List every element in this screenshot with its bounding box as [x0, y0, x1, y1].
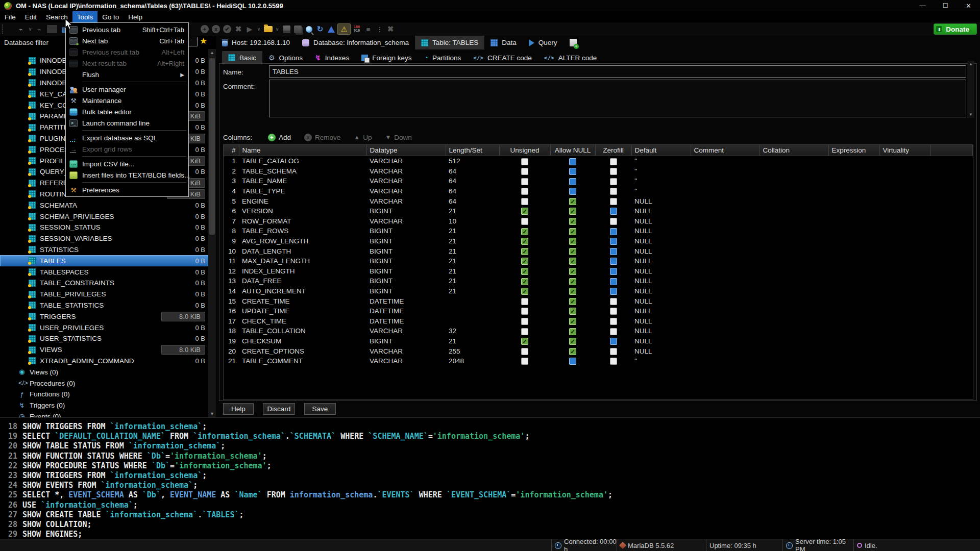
- col-collation[interactable]: [760, 216, 828, 227]
- col-number[interactable]: 4: [224, 186, 239, 196]
- tab-database-information_schema[interactable]: Database: information_schema: [296, 36, 415, 49]
- allow-null-checkbox[interactable]: ✓: [569, 198, 576, 205]
- col-comment[interactable]: [691, 356, 760, 366]
- cancel-icon[interactable]: x: [211, 24, 221, 34]
- close-button[interactable]: ✕: [957, 0, 980, 11]
- col-allow-null[interactable]: ✓: [550, 206, 595, 216]
- menu-go-to[interactable]: Go to: [97, 11, 124, 22]
- col-number[interactable]: 1: [224, 156, 239, 166]
- col-datatype[interactable]: BIGINT: [366, 256, 446, 266]
- allow-null-checkbox[interactable]: ✓: [569, 228, 576, 235]
- filter-warning-icon[interactable]: ⚠: [337, 23, 351, 35]
- col-zerofill[interactable]: [595, 286, 631, 296]
- col-name[interactable]: AUTO_INCREMENT: [239, 286, 366, 296]
- column-row-update_time[interactable]: 16UPDATE_TIMEDATETIME✓NULL: [224, 306, 973, 316]
- col-number[interactable]: 16: [224, 306, 239, 316]
- col-unsigned[interactable]: [499, 356, 550, 366]
- col-zerofill[interactable]: [595, 266, 631, 277]
- tab-data[interactable]: Data: [484, 36, 523, 49]
- col-collation[interactable]: [760, 226, 828, 236]
- column-row-create_time[interactable]: 15CREATE_TIMEDATETIME✓NULL: [224, 296, 973, 306]
- unsigned-checkbox[interactable]: ✓: [521, 258, 528, 265]
- table-comment-input[interactable]: [269, 80, 966, 117]
- col-comment[interactable]: [691, 216, 760, 227]
- find-icon[interactable]: [304, 24, 314, 34]
- col-datatype[interactable]: BIGINT: [366, 246, 446, 256]
- unsigned-checkbox[interactable]: ✓: [521, 288, 528, 295]
- unsigned-checkbox[interactable]: ✓: [521, 228, 528, 235]
- col-datatype[interactable]: BIGINT: [366, 336, 446, 346]
- col-default[interactable]: '': [631, 166, 691, 177]
- col-comment[interactable]: [691, 186, 760, 196]
- table-row-table_constraints[interactable]: TABLE_CONSTRAINTS0 B: [0, 278, 208, 289]
- tree-node-functions[interactable]: ƒFunctions (0): [0, 389, 208, 400]
- unsigned-checkbox[interactable]: [521, 328, 528, 335]
- col-name[interactable]: AVG_ROW_LENGTH: [239, 236, 366, 246]
- scroll-down-icon[interactable]: ▼: [967, 111, 974, 118]
- unsigned-checkbox[interactable]: ✓: [521, 238, 528, 245]
- table-row-xtradb_admin_command[interactable]: XTRADB_ADMIN_COMMAND0 B: [0, 356, 208, 367]
- menu-item-maintenance[interactable]: ⚒Maintenance: [66, 95, 188, 106]
- col-expression[interactable]: [828, 176, 879, 186]
- col-allow-null[interactable]: ✓: [550, 336, 595, 346]
- col-allow-null[interactable]: [550, 356, 595, 366]
- menu-item-previous-tab[interactable]: Previous tabShift+Ctrl+Tab: [66, 24, 188, 35]
- col-allow-null[interactable]: ✓: [550, 276, 595, 286]
- add-record-icon[interactable]: +: [200, 24, 210, 34]
- col-comment[interactable]: [691, 306, 760, 316]
- column-row-avg_row_length[interactable]: 9AVG_ROW_LENGTHBIGINT21✓✓NULL: [224, 236, 973, 246]
- col-length[interactable]: 21: [446, 276, 499, 286]
- col-unsigned[interactable]: [499, 326, 550, 336]
- col-default[interactable]: NULL: [631, 336, 691, 346]
- table-row-user_statistics[interactable]: USER_STATISTICS0 B: [0, 333, 208, 344]
- column-row-table_catalog[interactable]: 1TABLE_CATALOGVARCHAR512'': [224, 156, 973, 166]
- col-expression[interactable]: [828, 186, 879, 196]
- col-comment[interactable]: [691, 166, 760, 177]
- col-collation[interactable]: [760, 266, 828, 277]
- col-name[interactable]: TABLE_COLLATION: [239, 326, 366, 336]
- col-zerofill[interactable]: [595, 316, 631, 327]
- tree-node-views[interactable]: ◉Views (0): [0, 366, 208, 378]
- col-default[interactable]: '': [631, 176, 691, 186]
- col-virtuality[interactable]: [879, 286, 930, 296]
- menu-item-export-database-as-sql[interactable]: →Export database as SQL: [66, 132, 188, 143]
- zerofill-checkbox[interactable]: [610, 268, 617, 275]
- col-length[interactable]: 21: [446, 236, 499, 246]
- form-scrollbar[interactable]: ▲ ▼: [967, 61, 974, 118]
- menu-item-next-tab[interactable]: Next tabCtrl+Tab: [66, 35, 188, 46]
- column-row-max_data_length[interactable]: 11MAX_DATA_LENGTHBIGINT21✓✓NULL: [224, 256, 973, 266]
- col-zerofill[interactable]: [595, 336, 631, 346]
- grid-header--[interactable]: #: [224, 145, 239, 156]
- col-zerofill[interactable]: [595, 356, 631, 366]
- col-expression[interactable]: [828, 356, 879, 366]
- col-zerofill[interactable]: [595, 196, 631, 206]
- col-datatype[interactable]: BIGINT: [366, 276, 446, 286]
- col-expression[interactable]: [828, 276, 879, 286]
- col-number[interactable]: 11: [224, 256, 239, 266]
- col-unsigned[interactable]: ✓: [499, 336, 550, 346]
- col-expression[interactable]: [828, 306, 879, 316]
- menu-item-launch-command-line[interactable]: >_Launch command line: [66, 117, 188, 129]
- col-length[interactable]: [446, 296, 499, 306]
- col-virtuality[interactable]: [879, 156, 930, 166]
- disconnect-icon[interactable]: ⌁: [34, 24, 44, 34]
- col-default[interactable]: NULL: [631, 296, 691, 306]
- unsigned-checkbox[interactable]: [521, 188, 528, 195]
- add-column-button[interactable]: +Add: [268, 134, 291, 141]
- col-number[interactable]: 2: [224, 166, 239, 177]
- allow-null-checkbox[interactable]: [569, 188, 576, 195]
- unsigned-checkbox[interactable]: [521, 158, 528, 165]
- col-comment[interactable]: [691, 236, 760, 246]
- col-virtuality[interactable]: [879, 236, 930, 246]
- zerofill-checkbox[interactable]: [610, 258, 617, 265]
- table-row-table_privileges[interactable]: TABLE_PRIVILEGES0 B: [0, 289, 208, 300]
- col-name[interactable]: MAX_DATA_LENGTH: [239, 256, 366, 266]
- col-unsigned[interactable]: [499, 166, 550, 177]
- allow-null-checkbox[interactable]: [569, 178, 576, 185]
- favorites-star-icon[interactable]: ★: [200, 36, 207, 46]
- col-virtuality[interactable]: [879, 266, 930, 277]
- col-zerofill[interactable]: [595, 166, 631, 177]
- col-name[interactable]: TABLE_NAME: [239, 176, 366, 186]
- allow-null-checkbox[interactable]: [569, 168, 576, 175]
- column-row-table_comment[interactable]: 21TABLE_COMMENTVARCHAR2048'': [224, 356, 973, 366]
